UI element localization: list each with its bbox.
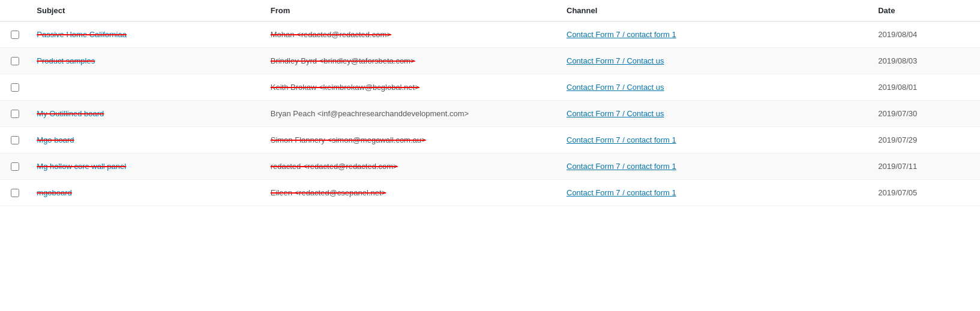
subject-link[interactable]: Product samples [37, 56, 95, 65]
from-cell: Simon Flannery <simon@megawall.com.au> [263, 127, 559, 153]
row-checkbox[interactable] [11, 110, 19, 118]
from-text: redacted <redacted@redacted.com> [271, 162, 398, 171]
from-column-header[interactable]: From [263, 0, 559, 22]
channel-cell: Contact Form 7 / contact form 1 [559, 127, 871, 153]
row-checkbox[interactable] [11, 31, 19, 39]
row-checkbox[interactable] [11, 57, 19, 65]
subject-cell: My Outillined board [29, 101, 263, 127]
from-cell: Mohan <redacted@redacted.com> [263, 22, 559, 48]
date-text: 2019/08/04 [878, 30, 917, 39]
table-row: Mgo boardSimon Flannery <simon@megawall.… [0, 127, 980, 153]
subject-cell [29, 74, 263, 101]
subject-cell: Mg hollow core wall panel [29, 153, 263, 180]
from-cell: Bryan Peach <inf@peachresearchanddevelop… [263, 101, 559, 127]
date-text: 2019/07/29 [878, 135, 917, 144]
row-checkbox[interactable] [11, 162, 19, 171]
subject-column-header[interactable]: Subject [29, 0, 263, 22]
row-checkbox-cell [0, 22, 29, 48]
date-cell: 2019/07/05 [871, 180, 980, 206]
row-checkbox-cell [0, 127, 29, 153]
date-text: 2019/07/11 [878, 162, 917, 171]
row-checkbox[interactable] [11, 136, 19, 144]
row-checkbox-cell [0, 101, 29, 127]
subject-link[interactable]: mgoboard [37, 188, 72, 197]
date-column-header[interactable]: Date [871, 0, 980, 22]
from-text: Mohan <redacted@redacted.com> [271, 30, 391, 39]
subject-link[interactable]: Mg hollow core wall panel [37, 162, 126, 171]
channel-cell: Contact Form 7 / Contact us [559, 101, 871, 127]
row-checkbox-cell [0, 74, 29, 101]
date-text: 2019/08/01 [878, 83, 917, 92]
channel-cell: Contact Form 7 / Contact us [559, 48, 871, 74]
subject-cell: Passive Home Californiaa [29, 22, 263, 48]
checkbox-header [0, 0, 29, 22]
table-header-row: Subject From Channel Date [0, 0, 980, 22]
date-cell: 2019/07/11 [871, 153, 980, 180]
from-text: Keith Brokaw <keimbrokaw@bcglobal.net> [271, 83, 419, 92]
channel-cell: Contact Form 7 / Contact us [559, 74, 871, 101]
channel-cell: Contact Form 7 / contact form 1 [559, 153, 871, 180]
subject-cell: Product samples [29, 48, 263, 74]
channel-link[interactable]: Contact Form 7 / contact form 1 [567, 135, 676, 144]
date-text: 2019/08/03 [878, 56, 917, 65]
from-text: Eileen <redacted@csepanel.net> [271, 188, 386, 197]
from-text: Brindley Byrd <brindley@taforsbeta.com> [271, 56, 415, 65]
subject-cell: mgoboard [29, 180, 263, 206]
subject-cell: Mgo board [29, 127, 263, 153]
channel-cell: Contact Form 7 / contact form 1 [559, 180, 871, 206]
channel-cell: Contact Form 7 / contact form 1 [559, 22, 871, 48]
from-cell: Eileen <redacted@csepanel.net> [263, 180, 559, 206]
date-cell: 2019/08/01 [871, 74, 980, 101]
inbox-table-container: Subject From Channel Date Passive Home C… [0, 0, 980, 311]
date-cell: 2019/07/29 [871, 127, 980, 153]
channel-column-header[interactable]: Channel [559, 0, 871, 22]
subject-link[interactable]: Passive Home Californiaa [37, 30, 127, 39]
subject-link[interactable]: Mgo board [37, 135, 74, 144]
date-text: 2019/07/05 [878, 188, 917, 197]
table-row: My Outillined boardBryan Peach <inf@peac… [0, 101, 980, 127]
table-row: mgoboardEileen <redacted@csepanel.net>Co… [0, 180, 980, 206]
row-checkbox-cell [0, 153, 29, 180]
date-cell: 2019/08/04 [871, 22, 980, 48]
date-text: 2019/07/30 [878, 109, 917, 118]
channel-link[interactable]: Contact Form 7 / contact form 1 [567, 162, 676, 171]
channel-link[interactable]: Contact Form 7 / Contact us [567, 109, 664, 118]
table-row: Passive Home CaliforniaaMohan <redacted@… [0, 22, 980, 48]
subject-link[interactable]: My Outillined board [37, 109, 104, 118]
inbox-table: Subject From Channel Date Passive Home C… [0, 0, 980, 206]
channel-link[interactable]: Contact Form 7 / Contact us [567, 83, 664, 92]
table-row: Product samplesBrindley Byrd <brindley@t… [0, 48, 980, 74]
date-cell: 2019/07/30 [871, 101, 980, 127]
channel-link[interactable]: Contact Form 7 / contact form 1 [567, 188, 676, 197]
channel-link[interactable]: Contact Form 7 / Contact us [567, 56, 664, 65]
table-row: Keith Brokaw <keimbrokaw@bcglobal.net>Co… [0, 74, 980, 101]
row-checkbox[interactable] [11, 83, 19, 92]
from-cell: Brindley Byrd <brindley@taforsbeta.com> [263, 48, 559, 74]
from-text: Simon Flannery <simon@megawall.com.au> [271, 135, 426, 144]
row-checkbox-cell [0, 180, 29, 206]
from-cell: redacted <redacted@redacted.com> [263, 153, 559, 180]
from-text: Bryan Peach <inf@peachresearchanddevelop… [271, 109, 469, 118]
row-checkbox-cell [0, 48, 29, 74]
table-row: Mg hollow core wall panelredacted <redac… [0, 153, 980, 180]
date-cell: 2019/08/03 [871, 48, 980, 74]
from-cell: Keith Brokaw <keimbrokaw@bcglobal.net> [263, 74, 559, 101]
row-checkbox[interactable] [11, 189, 19, 197]
channel-link[interactable]: Contact Form 7 / contact form 1 [567, 30, 676, 39]
